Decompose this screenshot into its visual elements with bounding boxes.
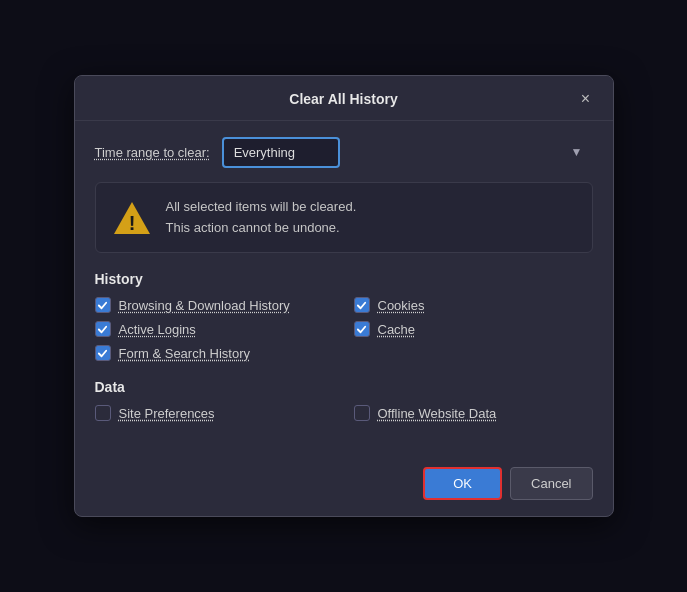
checkbox-cache-label: Cache [378, 322, 416, 337]
time-range-label: Time range to clear: [95, 145, 210, 160]
checkbox-browsing-box [95, 297, 111, 313]
history-section-title: History [95, 271, 593, 287]
checkbox-logins-label: Active Logins [119, 322, 196, 337]
checkbox-site-preferences[interactable]: Site Preferences [95, 405, 334, 421]
checkbox-logins-box [95, 321, 111, 337]
data-checkbox-grid: Site Preferences Offline Website Data [95, 405, 593, 421]
warning-box: ! All selected items will be cleared. Th… [95, 182, 593, 254]
data-section: Data Site Preferences Offline Website Da… [95, 379, 593, 421]
data-section-title: Data [95, 379, 593, 395]
checkbox-site-prefs-box [95, 405, 111, 421]
close-button[interactable]: × [575, 88, 597, 110]
checkbox-cookies-box [354, 297, 370, 313]
checkbox-offline-box [354, 405, 370, 421]
clear-history-dialog: Clear All History × Time range to clear:… [74, 75, 614, 518]
history-section: History Browsing & Download History Cook… [95, 271, 593, 361]
checkbox-cookies[interactable]: Cookies [354, 297, 593, 313]
dialog-overlay: Clear All History × Time range to clear:… [0, 0, 687, 592]
checkbox-form-search[interactable]: Form & Search History [95, 345, 593, 361]
checkbox-cookies-label: Cookies [378, 298, 425, 313]
checkbox-site-prefs-label: Site Preferences [119, 406, 215, 421]
dialog-footer: OK Cancel [75, 457, 613, 516]
time-range-select-wrapper: Everything Last Hour Last Two Hours Last… [222, 137, 593, 168]
dialog-body: Time range to clear: Everything Last Hou… [75, 121, 613, 458]
history-checkbox-grid: Browsing & Download History Cookies Acti… [95, 297, 593, 361]
checkbox-form-box [95, 345, 111, 361]
time-range-row: Time range to clear: Everything Last Hou… [95, 137, 593, 168]
warning-text: All selected items will be cleared. This… [166, 197, 357, 239]
warning-icon: ! [112, 198, 152, 238]
time-range-select[interactable]: Everything Last Hour Last Two Hours Last… [222, 137, 340, 168]
checkbox-browsing-download[interactable]: Browsing & Download History [95, 297, 334, 313]
titlebar: Clear All History × [75, 76, 613, 121]
checkbox-offline-data[interactable]: Offline Website Data [354, 405, 593, 421]
svg-text:!: ! [128, 212, 135, 234]
dialog-title: Clear All History [113, 91, 575, 107]
checkbox-browsing-label: Browsing & Download History [119, 298, 290, 313]
checkbox-offline-label: Offline Website Data [378, 406, 497, 421]
cancel-button[interactable]: Cancel [510, 467, 592, 500]
checkbox-form-label: Form & Search History [119, 346, 250, 361]
checkbox-cache[interactable]: Cache [354, 321, 593, 337]
checkbox-cache-box [354, 321, 370, 337]
ok-button[interactable]: OK [423, 467, 502, 500]
chevron-down-icon: ▼ [571, 145, 583, 159]
checkbox-active-logins[interactable]: Active Logins [95, 321, 334, 337]
